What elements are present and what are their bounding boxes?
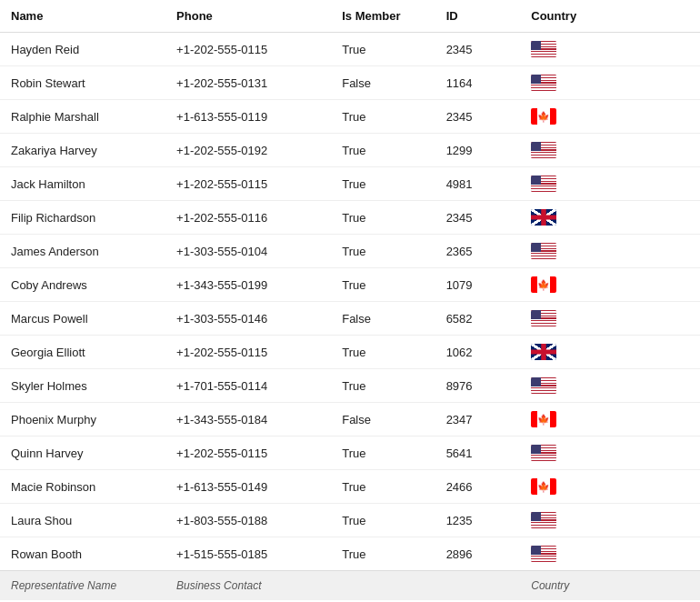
header-id[interactable]: ID (435, 0, 521, 33)
cell-name: Laura Shou (0, 504, 165, 537)
cell-name: Macie Robinson (0, 470, 165, 504)
cell-id: 6582 (435, 302, 521, 336)
cell-phone: +1-803-555-0188 (165, 504, 331, 537)
cell-id: 2345 (435, 100, 521, 134)
table-row[interactable]: Rowan Booth +1-515-555-0185 True 2896 (0, 537, 700, 571)
cell-country (520, 33, 700, 66)
cell-country (520, 369, 700, 403)
cell-is-member: True (331, 537, 435, 571)
cell-phone: +1-202-555-0115 (165, 33, 331, 66)
cell-name: Quinn Harvey (0, 436, 165, 470)
cell-id: 2466 (435, 470, 521, 504)
cell-id: 1299 (435, 134, 521, 167)
cell-name: Coby Andrews (0, 268, 165, 302)
cell-is-member: True (331, 167, 435, 201)
cell-name: James Anderson (0, 235, 165, 268)
footer-col5: Country (520, 571, 700, 601)
cell-is-member: True (331, 100, 435, 134)
cell-name: Georgia Elliott (0, 336, 165, 369)
cell-name: Jack Hamilton (0, 167, 165, 201)
cell-id: 5641 (435, 436, 521, 470)
table-row[interactable]: Coby Andrews +1-343-555-0199 True 1079 🍁 (0, 268, 700, 302)
cell-is-member: True (331, 336, 435, 369)
cell-is-member: True (331, 268, 435, 302)
table-row[interactable]: Georgia Elliott +1-202-555-0115 True 106… (0, 336, 700, 369)
table-container: Name Phone Is Member ID Country Hayden R… (0, 0, 700, 600)
table-row[interactable]: Quinn Harvey +1-202-555-0115 True 5641 (0, 436, 700, 470)
cell-phone: +1-303-555-0104 (165, 235, 331, 268)
table-row[interactable]: Macie Robinson +1-613-555-0149 True 2466… (0, 470, 700, 504)
cell-country (520, 504, 700, 537)
cell-phone: +1-343-555-0184 (165, 403, 331, 436)
footer-row: Representative Name Business Contact Cou… (0, 571, 700, 601)
cell-is-member: True (331, 436, 435, 470)
cell-phone: +1-343-555-0199 (165, 268, 331, 302)
table-row[interactable]: Hayden Reid +1-202-555-0115 True 2345 (0, 33, 700, 66)
cell-phone: +1-202-555-0115 (165, 336, 331, 369)
table-row[interactable]: Jack Hamilton +1-202-555-0115 True 4981 (0, 167, 700, 201)
cell-id: 1062 (435, 336, 521, 369)
cell-country: 🍁 (520, 268, 700, 302)
cell-id: 1235 (435, 504, 521, 537)
cell-phone: +1-202-555-0115 (165, 436, 331, 470)
header-phone[interactable]: Phone (165, 0, 331, 33)
cell-country: 🍁 (520, 470, 700, 504)
cell-phone: +1-202-555-0115 (165, 167, 331, 201)
cell-country (520, 66, 700, 100)
cell-phone: +1-613-555-0149 (165, 470, 331, 504)
cell-country (520, 134, 700, 167)
cell-id: 1164 (435, 66, 521, 100)
table-row[interactable]: James Anderson +1-303-555-0104 True 2365 (0, 235, 700, 268)
cell-name: Rowan Booth (0, 537, 165, 571)
cell-phone: +1-303-555-0146 (165, 302, 331, 336)
table-row[interactable]: Phoenix Murphy +1-343-555-0184 False 234… (0, 403, 700, 436)
cell-is-member: True (331, 134, 435, 167)
cell-name: Phoenix Murphy (0, 403, 165, 436)
cell-id: 2347 (435, 403, 521, 436)
cell-name: Ralphie Marshall (0, 100, 165, 134)
table-row[interactable]: Zakariya Harvey +1-202-555-0192 True 129… (0, 134, 700, 167)
cell-country: 🍁 (520, 403, 700, 436)
cell-id: 8976 (435, 369, 521, 403)
cell-country (520, 537, 700, 571)
cell-is-member: True (331, 369, 435, 403)
table-row[interactable]: Robin Stewart +1-202-555-0131 False 1164 (0, 66, 700, 100)
cell-name: Filip Richardson (0, 201, 165, 235)
cell-is-member: True (331, 201, 435, 235)
data-table: Name Phone Is Member ID Country Hayden R… (0, 0, 700, 600)
cell-name: Robin Stewart (0, 66, 165, 100)
cell-id: 1079 (435, 268, 521, 302)
table-row[interactable]: Marcus Powell +1-303-555-0146 False 6582 (0, 302, 700, 336)
cell-country: 🍁 (520, 100, 700, 134)
cell-id: 4981 (435, 167, 521, 201)
cell-country (520, 436, 700, 470)
cell-is-member: False (331, 66, 435, 100)
cell-is-member: False (331, 302, 435, 336)
cell-phone: +1-202-555-0116 (165, 201, 331, 235)
cell-country (520, 235, 700, 268)
cell-phone: +1-202-555-0192 (165, 134, 331, 167)
header-is-member[interactable]: Is Member (331, 0, 435, 33)
table-row[interactable]: Laura Shou +1-803-555-0188 True 1235 (0, 504, 700, 537)
cell-id: 2896 (435, 537, 521, 571)
cell-name: Marcus Powell (0, 302, 165, 336)
cell-is-member: True (331, 504, 435, 537)
cell-phone: +1-202-555-0131 (165, 66, 331, 100)
footer-col2: Business Contact (165, 571, 331, 601)
header-name[interactable]: Name (0, 0, 165, 33)
cell-is-member: True (331, 470, 435, 504)
cell-id: 2345 (435, 201, 521, 235)
cell-name: Hayden Reid (0, 33, 165, 66)
table-row[interactable]: Filip Richardson +1-202-555-0116 True 23… (0, 201, 700, 235)
cell-country (520, 302, 700, 336)
cell-phone: +1-701-555-0114 (165, 369, 331, 403)
table-row[interactable]: Ralphie Marshall +1-613-555-0119 True 23… (0, 100, 700, 134)
cell-name: Zakariya Harvey (0, 134, 165, 167)
header-country[interactable]: Country (520, 0, 700, 33)
cell-is-member: True (331, 235, 435, 268)
cell-country (520, 336, 700, 369)
cell-name: Skyler Holmes (0, 369, 165, 403)
cell-phone: +1-515-555-0185 (165, 537, 331, 571)
table-row[interactable]: Skyler Holmes +1-701-555-0114 True 8976 (0, 369, 700, 403)
footer-col3 (331, 571, 435, 601)
